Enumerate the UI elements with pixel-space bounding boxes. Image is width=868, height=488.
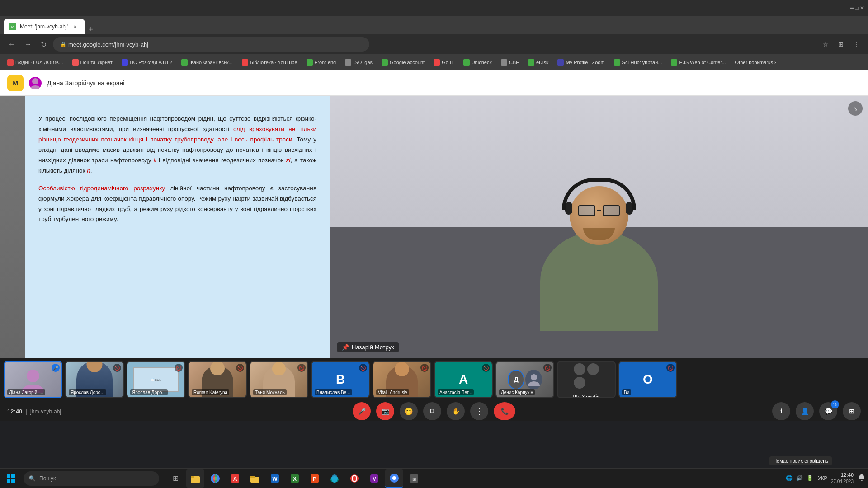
participant-tile-yaroslav1[interactable]: 🚫 Ярослав Доро...: [65, 361, 124, 398]
svg-point-1: [30, 85, 40, 89]
chrome-button[interactable]: [206, 469, 224, 488]
svg-point-0: [32, 78, 38, 84]
bookmark-goit[interactable]: Go IT: [430, 57, 458, 67]
folder-button[interactable]: [246, 469, 264, 488]
extension-icon[interactable]: ⊞: [835, 38, 847, 51]
present-button[interactable]: 🖥: [423, 402, 441, 420]
taskbar-search[interactable]: 🔍 Пошук: [24, 471, 159, 486]
notifications-icon[interactable]: [857, 473, 866, 483]
participant-tile-yaroslav2[interactable]: 📄 Slide 🚫 Ярослав Доро...: [127, 361, 185, 398]
settings-icon[interactable]: ⋮: [850, 38, 863, 51]
opera-button[interactable]: [345, 469, 363, 488]
people-button[interactable]: 👤: [796, 402, 814, 420]
battery-icon[interactable]: 🔋: [806, 474, 814, 482]
reload-button[interactable]: ↻: [38, 38, 49, 51]
activities-button[interactable]: ⊞: [843, 402, 861, 420]
file-explorer-button[interactable]: [186, 469, 204, 488]
time-display: 12:40 | jhm-vcyb-ahj: [7, 408, 61, 415]
right-controls: ℹ 👤 💬 15 ⊞: [772, 402, 861, 420]
bookmark-label: Sci-Hub: упртан...: [622, 60, 662, 65]
bookmark-frontend[interactable]: Front-end: [303, 57, 340, 67]
bookmark-scihub[interactable]: Sci-Hub: упртан...: [610, 57, 666, 67]
bookmark-icon: [463, 59, 470, 66]
bookmark-icon: [671, 59, 677, 66]
address-icons: ☆ ⊞ ⋮: [819, 38, 863, 51]
bookmark-unicheck[interactable]: Unicheck: [460, 57, 495, 67]
bookmark-label: ПС-Розклад v3.8.2: [130, 60, 172, 65]
participant-name: Владислав Ве...: [315, 389, 352, 395]
bookmark-e3s[interactable]: E3S Web of Confer...: [667, 57, 729, 67]
chrome-taskbar-button[interactable]: [385, 469, 403, 488]
bookmark-google-account[interactable]: Google account: [378, 57, 428, 67]
info-button[interactable]: ℹ: [772, 402, 790, 420]
mute-camera-button[interactable]: 📷: [376, 402, 394, 420]
mute-mic-button[interactable]: 🎤: [353, 402, 371, 420]
powerpoint-button[interactable]: P: [306, 469, 324, 488]
url-input[interactable]: 🔒 meet.google.com/jhm-vcyb-ahj: [53, 37, 369, 52]
mic-active-icon: 🎤: [52, 364, 60, 372]
start-button[interactable]: [2, 469, 20, 488]
svg-point-2: [27, 370, 39, 382]
volume-icon[interactable]: 🔊: [795, 474, 804, 482]
clock-date: 27.04.2023: [831, 479, 854, 485]
participant-tile-tanya[interactable]: 🚫 Таня Мохналь: [250, 361, 308, 398]
emoji-button[interactable]: 😊: [400, 402, 418, 420]
edge-button[interactable]: [326, 469, 344, 488]
participant-tile-vladyslav[interactable]: В 🚫 Владислав Ве...: [311, 361, 370, 398]
bookmark-star-icon[interactable]: ☆: [819, 38, 832, 51]
participant-tile-diana[interactable]: 🎤 Діана Загорійч...: [4, 361, 62, 398]
bookmark-mail[interactable]: Пошта Укрнет: [69, 57, 116, 67]
bookmark-yt[interactable]: Бібліотека · YouTube: [238, 57, 301, 67]
back-button[interactable]: ←: [5, 38, 18, 50]
browser-window: ━ □ ✕ M Meet: 'jhm-vcyb-ahj' ✕ + ← → ↻ 🔒…: [0, 0, 868, 70]
word-button[interactable]: W: [266, 469, 284, 488]
taskview-button[interactable]: ⊞: [166, 469, 184, 488]
new-tab-button[interactable]: +: [85, 25, 97, 34]
raise-hand-button[interactable]: ✋: [447, 402, 465, 420]
more-options-button[interactable]: ⋮: [470, 402, 488, 420]
bookmark-edisk[interactable]: eDisk: [524, 57, 552, 67]
bookmark-ps[interactable]: ПС-Розклад v3.8.2: [118, 57, 176, 67]
bookmark-label: Front-end: [315, 60, 336, 65]
bookmark-icon: [501, 59, 507, 66]
viber-button[interactable]: V: [365, 469, 383, 488]
forward-button[interactable]: →: [22, 38, 34, 50]
svg-point-32: [392, 476, 396, 480]
bookmark-iso[interactable]: ISO_gas: [341, 57, 376, 67]
participant-tile-anastasia[interactable]: A 🚫 Анастасія Пет...: [434, 361, 493, 398]
participant-tile-roman[interactable]: 🚫 Roman Kateryna: [188, 361, 247, 398]
bookmark-zoom[interactable]: My Profile · Zoom: [554, 57, 608, 67]
app13-button[interactable]: ⊞: [405, 469, 423, 488]
active-tab[interactable]: M Meet: 'jhm-vcyb-ahj' ✕: [4, 19, 85, 34]
network-icon[interactable]: 🌐: [785, 474, 793, 482]
bookmark-label: Пошта Укрнет: [80, 60, 113, 65]
svg-text:P: P: [313, 476, 316, 482]
chat-badge: 15: [831, 400, 839, 408]
svg-text:⊞: ⊞: [412, 477, 416, 482]
taskbar-clock[interactable]: 12:40 27.04.2023: [831, 472, 854, 485]
participant-tile-denys[interactable]: Д 🚫 Денис Карпухін: [495, 361, 554, 398]
bookmark-ivfrank[interactable]: Івано-Франківськ...: [178, 57, 236, 67]
presentation-panel: У процесі послідовного переміщення нафто…: [0, 96, 330, 358]
bookmark-label: Вхідні · LUA ДОВЖ...: [15, 60, 63, 65]
bookmark-label: Google account: [390, 60, 425, 65]
participant-tile-you[interactable]: О 🚫 Ви: [618, 361, 677, 398]
participant-tile-more[interactable]: Ще 3 особи: [557, 361, 616, 398]
participant-tile-vitalii[interactable]: 🚫 Vitalii Andrusiv: [373, 361, 431, 398]
keyboard-lang[interactable]: УКР: [818, 475, 827, 481]
svg-rect-35: [861, 480, 863, 481]
bookmark-inbox[interactable]: Вхідні · LUA ДОВЖ...: [4, 57, 67, 67]
tab-close-button[interactable]: ✕: [71, 23, 79, 30]
svg-rect-12: [191, 476, 194, 478]
bookmark-label: E3S Web of Confer...: [679, 60, 726, 65]
end-call-button[interactable]: 📞: [494, 402, 515, 420]
bookmark-cbf[interactable]: CBF: [497, 57, 523, 67]
acrobat-button[interactable]: A: [226, 469, 244, 488]
bookmark-other[interactable]: Other bookmarks ›: [731, 58, 780, 67]
bookmark-label: Go IT: [442, 60, 454, 65]
slide-paragraph-2: Особливістю гідродинамічного розрахунку …: [38, 183, 316, 225]
bookmark-icon: [307, 59, 313, 66]
minimize-presenter-button[interactable]: ⤡: [848, 101, 863, 116]
svg-rect-18: [250, 476, 255, 478]
excel-button[interactable]: X: [286, 469, 304, 488]
